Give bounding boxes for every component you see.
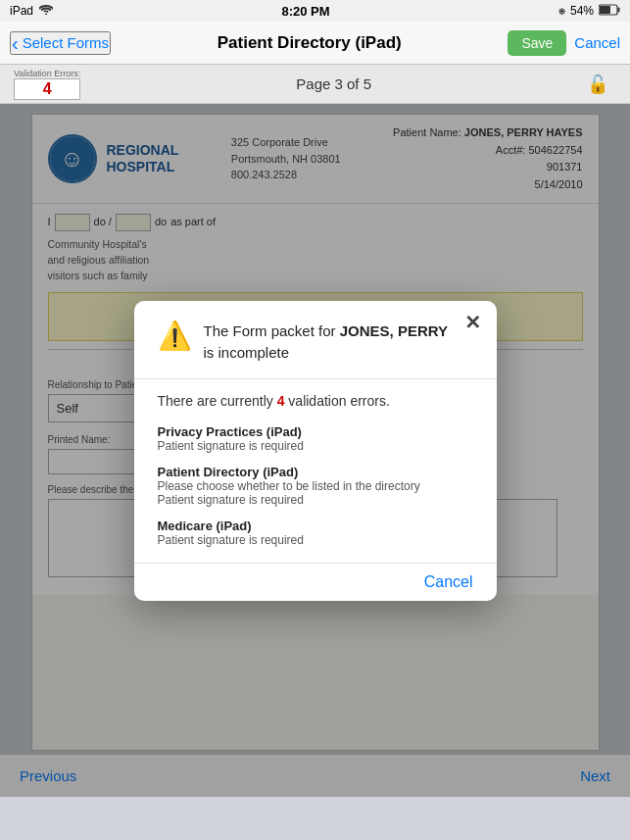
svg-rect-2 xyxy=(600,6,610,14)
nav-actions: Save Cancel xyxy=(508,30,620,56)
modal-close-button[interactable]: ✕ xyxy=(464,313,481,332)
nav-title: Patient Directory (iPad) xyxy=(218,33,402,53)
error-2-title: Patient Directory (iPad) xyxy=(158,465,473,479)
chevron-left-icon xyxy=(12,33,19,53)
lock-icon: 🔓 xyxy=(587,74,608,95)
modal-footer: Cancel xyxy=(134,563,497,601)
validation-text-suffix: validation errors. xyxy=(284,393,389,409)
save-button[interactable]: Save xyxy=(508,30,566,56)
battery-percent: 54% xyxy=(570,4,594,18)
error-3-title: Medicare (iPad) xyxy=(158,519,473,533)
modal-patient-name: JONES, PERRY xyxy=(340,322,448,339)
validation-text-prefix: There are currently xyxy=(158,393,277,409)
error-1-title: Privacy Practices (iPad) xyxy=(158,424,473,439)
battery-icon xyxy=(599,4,620,19)
modal-header: ⚠️ The Form packet for JONES, PERRY is i… xyxy=(158,321,473,365)
back-button[interactable]: Select Forms xyxy=(10,31,111,55)
validation-errors-label: Validation Errors: xyxy=(14,69,80,78)
warning-icon: ⚠️ xyxy=(158,322,192,350)
status-time: 8:20 PM xyxy=(281,4,329,19)
back-label: Select Forms xyxy=(23,34,109,51)
status-bar: iPad 8:20 PM ⎈ 54% xyxy=(0,0,630,22)
svg-rect-1 xyxy=(617,7,619,12)
validation-count-badge: 4 xyxy=(14,78,80,100)
modal-title: The Form packet for JONES, PERRY is inco… xyxy=(204,321,449,365)
page-indicator: Page 3 of 5 xyxy=(296,75,371,92)
error-2-sub2: Patient signature is required xyxy=(158,493,473,507)
cancel-button[interactable]: Cancel xyxy=(574,34,620,51)
modal-error-2: Patient Directory (iPad) Please choose w… xyxy=(158,465,473,507)
bluetooth-icon: ⎈ xyxy=(558,4,565,18)
sub-bar: Validation Errors: 4 Page 3 of 5 🔓 xyxy=(0,65,630,104)
validation-errors-box: Validation Errors: 4 xyxy=(14,69,80,100)
modal-title-suffix: is incomplete xyxy=(204,344,290,361)
nav-bar: Select Forms Patient Directory (iPad) Sa… xyxy=(0,22,630,65)
modal-overlay: ✕ ⚠️ The Form packet for JONES, PERRY is… xyxy=(0,104,630,797)
error-1-sub1: Patient signature is required xyxy=(158,439,473,453)
modal-divider xyxy=(134,378,497,379)
wifi-icon xyxy=(39,4,53,18)
error-3-sub1: Patient signature is required xyxy=(158,533,473,547)
status-left: iPad xyxy=(10,4,53,18)
error-2-sub1: Please choose whether to be listed in th… xyxy=(158,479,473,493)
modal-cancel-button[interactable]: Cancel xyxy=(424,573,473,591)
modal-title-prefix: The Form packet for xyxy=(204,322,340,339)
content-area: ☺ REGIONAL HOSPITAL 325 Corporate Drive … xyxy=(0,104,630,797)
modal-error-3: Medicare (iPad) Patient signature is req… xyxy=(158,519,473,547)
status-right: ⎈ 54% xyxy=(558,4,620,19)
modal-dialog: ✕ ⚠️ The Form packet for JONES, PERRY is… xyxy=(134,301,497,601)
modal-error-1: Privacy Practices (iPad) Patient signatu… xyxy=(158,424,473,453)
modal-validation-count: There are currently 4 validation errors. xyxy=(158,393,473,409)
device-label: iPad xyxy=(10,4,33,18)
